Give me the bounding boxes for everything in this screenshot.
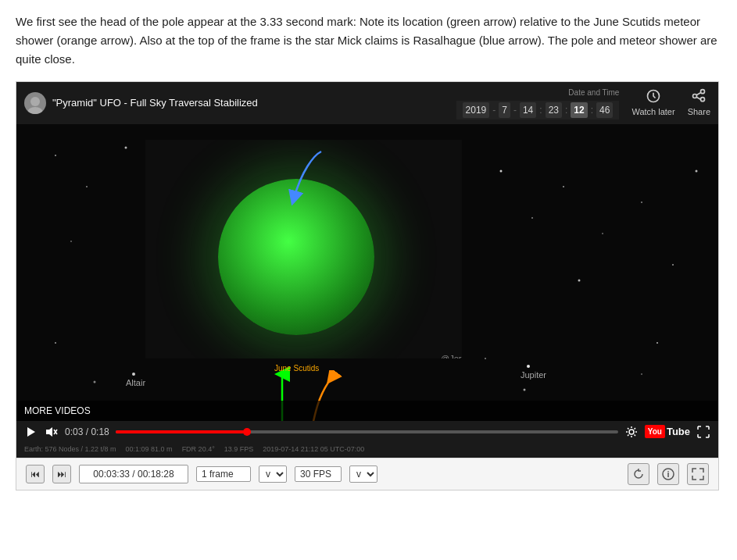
day-cell: 14	[520, 102, 536, 118]
svg-point-15	[672, 264, 674, 266]
progress-bar[interactable]	[116, 430, 618, 433]
minute-cell: 12	[571, 102, 587, 118]
svg-point-11	[563, 186, 564, 187]
prev-button[interactable]: ⏮	[26, 465, 45, 483]
svg-point-16	[696, 170, 698, 173]
video-main[interactable]: Altair Jupiter @JeremyCorbell 𝕏 ▶ f	[16, 124, 718, 421]
player-controls-bar: ⏮ ⏭ 00:03:33 / 00:18:28 v v	[16, 458, 718, 490]
svg-point-31	[629, 430, 634, 434]
frame-select[interactable]: v	[259, 465, 287, 483]
video-container: "Pyramid" UFO - Full Sky Traversal Stabi…	[16, 81, 719, 490]
blue-arrow	[278, 148, 341, 223]
youtube-logo: You Tube	[645, 424, 690, 440]
svg-point-25	[527, 365, 530, 368]
svg-point-6	[86, 186, 88, 187]
watch-later-label: Watch later	[631, 105, 674, 119]
share-label: Share	[688, 105, 710, 119]
page-wrapper: We first see the head of the pole appear…	[0, 0, 737, 490]
svg-marker-28	[46, 427, 52, 437]
video-top-right: Date and Time 2019 - 7 - 14 : 23 : 12 : …	[456, 87, 710, 119]
avatar	[24, 92, 46, 114]
watermark-text: @JeremyCorbell	[441, 352, 462, 358]
sep5: :	[591, 103, 593, 117]
video-top-bar: "Pyramid" UFO - Full Sky Traversal Stabi…	[16, 82, 718, 124]
video-title: "Pyramid" UFO - Full Sky Traversal Stabi…	[52, 95, 450, 111]
june-scutids-label: June Scutids	[274, 362, 319, 374]
svg-point-23	[132, 373, 135, 376]
svg-point-8	[70, 241, 72, 242]
svg-point-10	[531, 217, 533, 219]
next-icon: ⏭	[57, 467, 66, 481]
month-cell: 7	[499, 102, 510, 118]
watch-later-button[interactable]: Watch later	[631, 88, 674, 119]
sep3: :	[539, 103, 542, 117]
sep1: -	[492, 103, 496, 117]
svg-marker-27	[27, 427, 35, 437]
svg-point-20	[657, 342, 658, 344]
svg-point-0	[30, 97, 40, 106]
yt-controls-bar: 0:03 / 0:18 You Tube	[16, 421, 718, 443]
svg-point-7	[125, 147, 127, 149]
date-row: 2019 - 7 - 14 : 23 : 12 : 46	[456, 101, 620, 119]
year-cell: 2019	[463, 102, 490, 118]
video-metadata-bar: Earth: 576 Nodes / 1.22 t/8 m 00:1:09 81…	[16, 443, 718, 458]
info-button[interactable]: i	[657, 463, 679, 485]
sep2: -	[513, 103, 517, 117]
more-videos-label: MORE VIDEOS	[24, 405, 91, 416]
play-button[interactable]	[24, 425, 38, 439]
svg-text:i: i	[667, 469, 670, 479]
expand-button[interactable]	[687, 463, 709, 485]
time-display: 0:03 / 0:18	[65, 425, 109, 439]
fps-input[interactable]	[295, 466, 342, 482]
description-paragraph: We first see the head of the pole appear…	[16, 12, 721, 69]
svg-point-22	[55, 342, 56, 344]
svg-text:Altair: Altair	[126, 378, 145, 387]
sep4: :	[565, 103, 567, 117]
timecode-display: 00:03:33 / 00:18:28	[79, 465, 188, 483]
svg-line-4	[696, 92, 701, 95]
fps-select[interactable]: v	[349, 465, 377, 483]
svg-point-14	[641, 202, 642, 203]
share-button[interactable]: Share	[688, 88, 710, 119]
svg-point-12	[578, 280, 581, 282]
svg-point-9	[500, 170, 503, 173]
svg-point-19	[641, 373, 642, 375]
frame-input[interactable]	[196, 466, 251, 482]
progress-fill	[116, 430, 252, 433]
svg-point-1	[27, 107, 43, 114]
mute-button[interactable]	[45, 425, 59, 439]
svg-point-5	[55, 155, 56, 156]
settings-button[interactable]	[624, 425, 639, 439]
fullscreen-button[interactable]	[696, 425, 710, 439]
svg-point-21	[94, 381, 96, 383]
next-button[interactable]: ⏭	[52, 465, 71, 483]
svg-point-13	[602, 233, 603, 234]
svg-point-18	[524, 389, 526, 391]
reload-button[interactable]	[628, 463, 649, 485]
progress-dot	[243, 428, 251, 436]
second-cell: 46	[596, 102, 613, 118]
svg-point-17	[485, 358, 486, 359]
more-videos-bar[interactable]: MORE VIDEOS	[16, 401, 718, 421]
hour-cell: 23	[546, 102, 562, 118]
svg-text:Jupiter: Jupiter	[521, 370, 546, 380]
prev-icon: ⏮	[30, 467, 40, 481]
